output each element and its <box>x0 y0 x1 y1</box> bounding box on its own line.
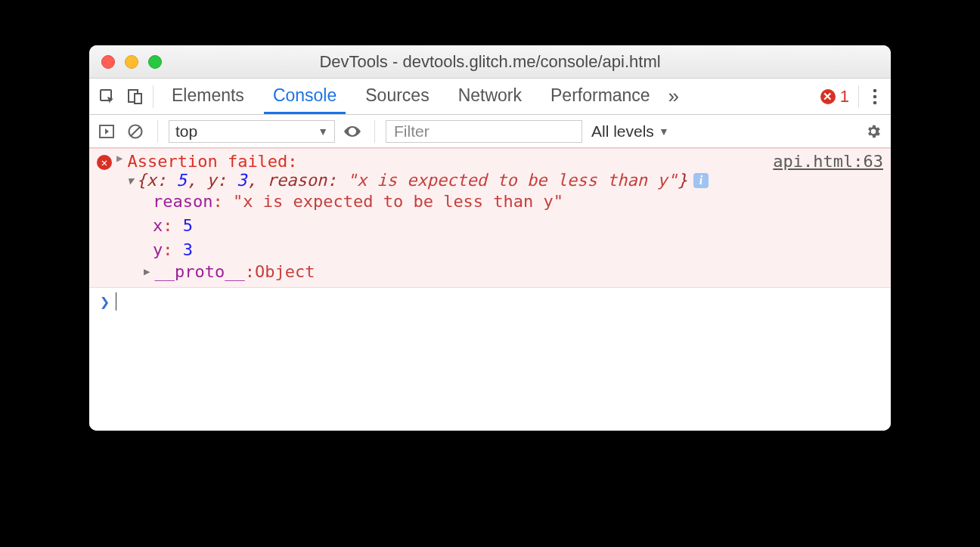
devtools-menu-button[interactable] <box>864 88 886 105</box>
svg-rect-2 <box>135 94 141 104</box>
device-toolbar-icon[interactable] <box>121 83 148 110</box>
text-cursor <box>116 292 116 311</box>
more-tabs-button[interactable]: » <box>662 85 685 108</box>
preview-value: 5 <box>176 171 186 190</box>
filter-input[interactable]: Filter <box>386 120 582 143</box>
tab-performance[interactable]: Performance <box>541 79 659 114</box>
levels-label: All levels <box>591 122 654 141</box>
panel-tabs: Elements Console Sources Network Perform… <box>163 79 659 114</box>
property-row[interactable]: x: 5 <box>153 214 883 238</box>
toggle-sidebar-icon[interactable] <box>95 120 118 143</box>
context-selector[interactable]: top ▼ <box>169 120 335 143</box>
svg-point-4 <box>873 88 877 92</box>
error-count-number: 1 <box>840 87 849 107</box>
error-badge-icon: ✕ <box>820 89 836 104</box>
prop-key: reason <box>153 192 212 211</box>
error-count[interactable]: ✕ 1 <box>820 87 849 107</box>
caret-down-icon: ▼ <box>659 125 669 138</box>
brace-open: { <box>136 171 146 190</box>
tab-elements[interactable]: Elements <box>163 79 253 114</box>
expand-toggle[interactable] <box>116 152 122 164</box>
preview-value: 3 <box>237 171 247 190</box>
main-tabbar: Elements Console Sources Network Perform… <box>89 79 891 115</box>
error-header-row: ✕ Assertion failed: api.html:63 <box>97 152 883 171</box>
expand-toggle[interactable] <box>144 265 150 277</box>
property-row[interactable]: y: 3 <box>153 238 883 262</box>
close-window-button[interactable] <box>101 55 115 69</box>
traffic-lights <box>89 55 162 69</box>
info-badge-icon[interactable]: i <box>693 173 709 188</box>
preview-key: x <box>147 171 157 190</box>
proto-row[interactable]: __proto__: Object <box>139 262 883 281</box>
filter-placeholder: Filter <box>394 122 430 141</box>
collapse-toggle[interactable] <box>127 175 133 187</box>
preview-key: reason <box>267 171 327 190</box>
prop-value: "x is expected to be less than y" <box>233 192 563 211</box>
minimize-window-button[interactable] <box>125 55 138 69</box>
tab-console[interactable]: Console <box>264 79 346 114</box>
object-properties: reason: "x is expected to be less than y… <box>153 190 883 262</box>
clear-console-icon[interactable] <box>124 120 147 143</box>
error-message: ✕ Assertion failed: api.html:63 { x: 5, … <box>89 148 891 288</box>
devtools-window: DevTools - devtools.glitch.me/console/ap… <box>89 45 891 431</box>
inspect-element-icon[interactable] <box>94 83 121 110</box>
object-preview[interactable]: { x: 5, y: 3, reason: "x is expected to … <box>122 171 883 190</box>
log-levels-selector[interactable]: All levels ▼ <box>591 122 669 141</box>
svg-point-5 <box>873 94 877 98</box>
property-row[interactable]: reason: "x is expected to be less than y… <box>153 190 883 214</box>
assertion-label: Assertion failed: <box>127 152 297 171</box>
tab-network[interactable]: Network <box>449 79 531 114</box>
console-prompt[interactable]: ❯ <box>89 288 891 316</box>
preview-value: "x is expected to be less than y" <box>347 171 678 190</box>
prompt-chevron-icon: ❯ <box>100 292 110 311</box>
console-output: ✕ Assertion failed: api.html:63 { x: 5, … <box>89 148 891 431</box>
svg-point-10 <box>351 129 355 133</box>
context-value: top <box>175 122 197 141</box>
live-expression-icon[interactable] <box>341 120 364 143</box>
brace-close: } <box>678 171 687 190</box>
prop-key: __proto__ <box>154 262 244 281</box>
preview-key: y <box>206 171 216 190</box>
divider <box>374 120 375 143</box>
tab-sources[interactable]: Sources <box>356 79 438 114</box>
window-title: DevTools - devtools.glitch.me/console/ap… <box>89 52 891 72</box>
divider <box>858 85 859 108</box>
prop-key: y <box>153 240 163 259</box>
prop-key: x <box>153 216 163 235</box>
prop-value: 3 <box>183 240 193 259</box>
source-link[interactable]: api.html:63 <box>773 152 883 171</box>
console-settings-icon[interactable] <box>862 120 885 143</box>
console-toolbar: top ▼ Filter All levels ▼ <box>89 115 891 148</box>
svg-line-9 <box>131 127 140 136</box>
prop-value: Object <box>255 262 315 281</box>
divider <box>153 85 154 108</box>
divider <box>157 120 158 143</box>
error-icon: ✕ <box>97 155 112 170</box>
caret-down-icon: ▼ <box>318 125 328 138</box>
prop-value: 5 <box>183 216 193 235</box>
svg-point-6 <box>873 100 877 104</box>
titlebar: DevTools - devtools.glitch.me/console/ap… <box>89 45 891 79</box>
zoom-window-button[interactable] <box>148 55 162 69</box>
